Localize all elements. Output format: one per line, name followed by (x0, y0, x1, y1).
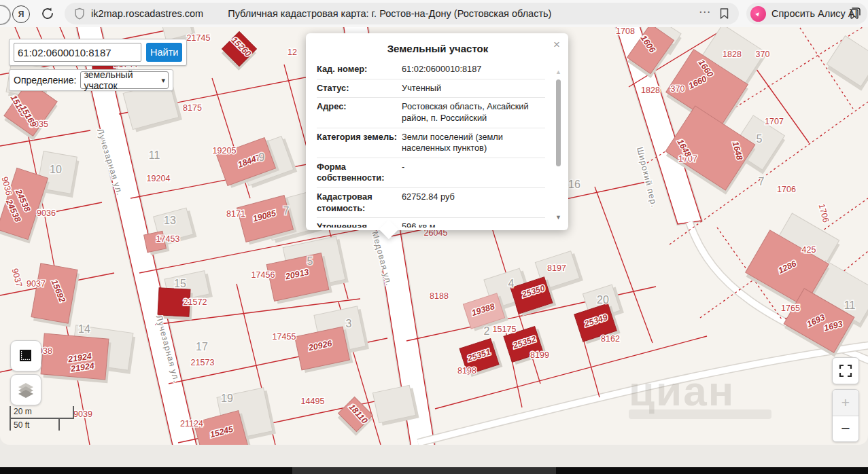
map-label-gray: 19 (221, 393, 233, 404)
map-label-red: 21573 (191, 358, 215, 367)
popup-scrollbar[interactable]: ▲ ▼ (555, 69, 563, 221)
chevron-down-icon: ▾ (161, 76, 165, 85)
find-button[interactable]: Найти (146, 43, 182, 62)
map-label-gray: 10 (50, 164, 62, 175)
popup-row-value: 61:02:0600010:8187 (402, 64, 545, 75)
map-label-gray: 16 (568, 179, 580, 190)
parcel-line (0, 130, 90, 146)
zoom-control: + − (832, 389, 859, 442)
map-label-red: 19205 (213, 146, 237, 156)
shield-icon (74, 7, 85, 20)
scroll-down-icon[interactable]: ▼ (555, 214, 561, 221)
map-label-red: 1828 (723, 50, 742, 59)
map-label-red: 8188 (430, 291, 449, 301)
ruler-icon (17, 347, 35, 365)
definition-select[interactable]: земельный участок ▾ (80, 71, 169, 89)
map-label-red: 9037 (27, 279, 46, 289)
refresh-icon[interactable] (39, 5, 56, 22)
map-label-gray: 2 (484, 325, 490, 337)
map-label-red: 8199 (530, 350, 549, 360)
layers-icon (16, 380, 35, 399)
scroll-up-icon[interactable]: ▲ (555, 69, 561, 75)
popup-row-value: Земли поселений (земли населенных пункто… (402, 132, 545, 154)
map-label-gray: 20 (597, 294, 609, 306)
popup-row: Категория земель:Земли поселений (земли … (317, 128, 545, 158)
map-label-red: 370 (756, 50, 770, 59)
measure-button[interactable] (10, 340, 41, 371)
layers-button[interactable] (10, 374, 41, 405)
popup-row-label: Уточненная площадь: (317, 221, 402, 227)
popup-row-label: Статус: (317, 83, 402, 94)
map-label-red: 21572 (184, 297, 207, 307)
map-label-red: 14495 (301, 397, 325, 406)
map-label-red: 17453 (156, 234, 180, 244)
scale-bar: 20 m 50 ft (10, 406, 74, 431)
popup-rows: Кад. номер:61:02:0600010:8187Статус:Учте… (317, 60, 545, 227)
taskbar-segment (292, 467, 556, 474)
search-panel: Найти (9, 39, 187, 66)
scale-imperial: 50 ft (10, 418, 60, 431)
cadastral-map[interactable]: 2174521744817590351920519204817117453903… (0, 27, 868, 445)
parcel-line (76, 372, 90, 445)
popup-row-value: 596 кв.м (402, 221, 545, 227)
page-title: Публичная кадастровая карта: г. Ростов-н… (228, 8, 692, 19)
popup-row: Уточненная площадь:596 кв.м (317, 218, 545, 227)
popup-row-value: - (402, 162, 545, 184)
more-options-icon[interactable]: ⋯ (699, 5, 711, 19)
map-label-red: 9036 (0, 176, 14, 197)
definition-panel: Определение: земельный участок ▾ (9, 69, 173, 91)
map-label-gray: 7 (283, 205, 290, 217)
map-label-gray: 15 (174, 278, 186, 289)
screen: Я ik2map.roscadastres.com Публичная када… (0, 0, 868, 474)
map-label-gray: 7 (759, 176, 765, 187)
address-bar[interactable]: ik2map.roscadastres.com Публичная кадаст… (65, 3, 739, 24)
browser-toolbar: Я ik2map.roscadastres.com Публичная када… (0, 0, 868, 27)
scrollbar-thumb[interactable] (556, 79, 561, 166)
map-label-red: 21124 (180, 419, 203, 429)
url-text[interactable]: ik2map.roscadastres.com (91, 8, 203, 19)
fullscreen-button[interactable] (832, 357, 859, 384)
window-control-icon[interactable] (0, 5, 11, 25)
popup-row-label: Форма собственности: (317, 162, 402, 184)
popup-row: Кад. номер:61:02:0600010:8187 (317, 60, 545, 79)
map-building-gray (825, 36, 868, 91)
map-label-red: 8198 (457, 366, 476, 376)
map-label-red: 8175 (183, 103, 202, 113)
map-label-red: 9036 (37, 208, 56, 218)
zoom-in-button[interactable]: + (833, 390, 858, 416)
map-label-gray: 9 (259, 151, 265, 163)
alice-icon: ▲ (750, 6, 766, 22)
map-label-red: 19204 (147, 174, 171, 183)
close-icon[interactable]: × (553, 39, 560, 50)
map-label-gray: 17 (196, 341, 208, 352)
popup-row-value: Ростовская область, Аксайский район, п. … (402, 101, 545, 124)
map-label-red: 21745 (187, 33, 211, 43)
map-label-red: 8197 (547, 263, 566, 273)
map-label-red: 1707 (765, 117, 784, 126)
map-label-red: 1765 (781, 304, 800, 313)
map-label-red: 9039 (73, 409, 92, 419)
parcel-info-popup: × Земельный участок Кад. номер:61:02:060… (306, 33, 568, 230)
search-input[interactable] (14, 43, 141, 62)
popup-row: Статус:Учтенный (317, 79, 545, 98)
map-label-gray: 11 (149, 149, 160, 161)
yandex-browser-icon[interactable]: Я (12, 5, 30, 23)
map-label-gray: 5 (307, 255, 313, 267)
map-label-gray: 11 (844, 299, 856, 311)
map-label-red: 1708 (616, 27, 635, 36)
zoom-out-button[interactable]: − (833, 416, 858, 442)
popup-row-label: Кад. номер: (317, 64, 402, 75)
taskbar[interactable] (0, 467, 868, 474)
popup-row-value: 62752.84 руб (402, 192, 545, 214)
popup-title: Земельный участок (317, 43, 559, 54)
bookmark-icon[interactable] (719, 7, 729, 20)
map-label-gray: 3 (346, 318, 352, 329)
map-label-gray: 13 (164, 215, 176, 226)
map-label-gray: 5 (757, 133, 763, 145)
side-panel-icon[interactable] (847, 6, 862, 21)
fullscreen-icon (839, 364, 852, 378)
definition-label: Определение: (14, 75, 76, 86)
popup-row-label: Адрес: (317, 101, 402, 124)
popup-row-label: Категория земель: (317, 132, 402, 154)
popup-row: Кадастровая стоимость:62752.84 руб (317, 188, 545, 218)
